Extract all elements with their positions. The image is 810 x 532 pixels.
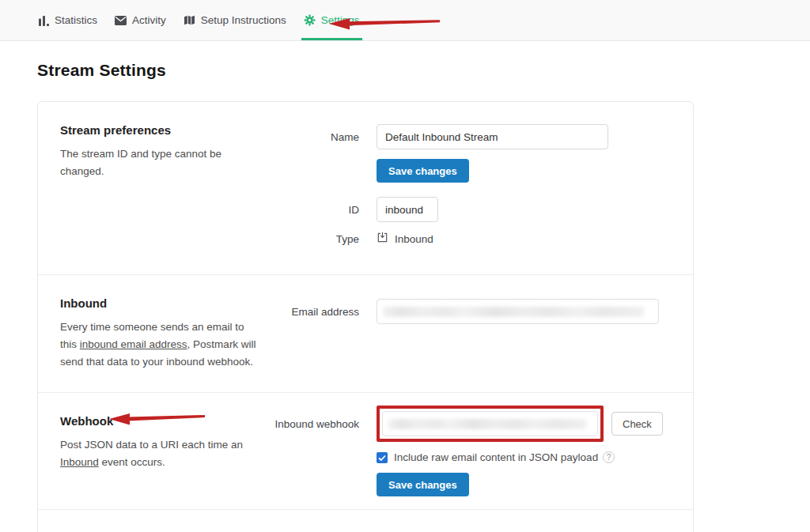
envelope-icon [115,16,127,25]
tab-activity[interactable]: Activity [115,0,166,40]
save-changes-button[interactable]: Save changes [377,473,469,496]
include-raw-email-label: Include raw email content in JSON payloa… [394,451,598,463]
inbound-email-address-link[interactable]: inbound email address [80,338,187,350]
section-description: The stream ID and type cannot be changed… [60,145,256,180]
tab-setup-instructions[interactable]: Setup Instructions [184,0,286,40]
id-label: ID [256,204,359,216]
gear-icon [304,14,316,26]
stream-tab-bar: Statistics Activity Setup Instructions [0,0,810,41]
tab-label: Setup Instructions [201,14,286,26]
section-description: Post JSON data to a URI each time an Inb… [60,436,256,471]
tab-label: Activity [132,14,166,26]
stream-settings-card: Stream preferences The stream ID and typ… [37,101,694,532]
redacted-email-value [383,307,644,317]
map-icon [184,15,195,25]
section-webhook: Webhook Post JSON data to a URI each tim… [38,393,693,510]
stream-id-input [377,197,438,222]
section-heading: Webhook [60,414,256,428]
section-inbound: Inbound Every time someone sends an emai… [38,275,693,393]
check-button[interactable]: Check [611,412,663,436]
inbox-arrow-icon [377,232,388,246]
inbound-webhook-label: Inbound webhook [256,418,359,430]
save-changes-button[interactable]: Save changes [377,159,469,183]
bar-chart-icon [38,15,49,26]
tab-statistics[interactable]: Statistics [38,0,97,40]
help-icon[interactable]: ? [603,451,615,463]
annotation-red-box [377,406,604,442]
page-title: Stream Settings [37,61,166,80]
email-address-input[interactable] [377,299,659,324]
tab-label: Settings [321,14,360,26]
tab-label: Statistics [55,14,97,26]
tab-settings[interactable]: Settings [304,0,360,40]
section-heading: Inbound [60,296,256,310]
include-raw-email-checkbox[interactable] [377,452,388,463]
name-label: Name [256,131,359,143]
section-heading: Stream preferences [60,123,256,137]
inbound-webhook-input[interactable] [382,411,598,436]
section-next-cutoff [38,510,693,532]
type-label: Type [256,233,359,245]
redacted-webhook-url [388,419,586,429]
name-input[interactable] [377,124,608,149]
checkmark-icon [378,451,386,465]
section-description: Every time someone sends an email to thi… [60,319,256,371]
stream-type-value: Inbound [395,233,433,245]
inbound-event-link[interactable]: Inbound [60,456,99,468]
email-address-label: Email address [256,306,359,318]
section-stream-preferences: Stream preferences The stream ID and typ… [38,102,693,275]
